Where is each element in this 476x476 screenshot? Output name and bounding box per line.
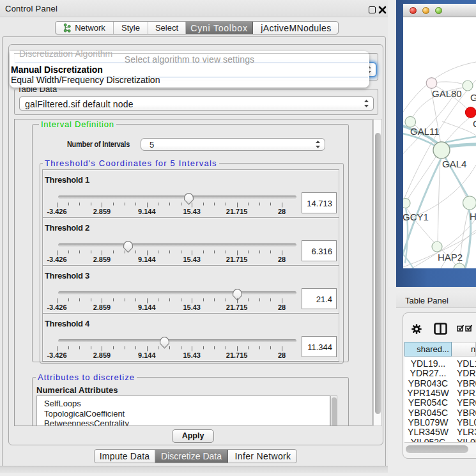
svg-text:GAL11: GAL11 [410,126,440,137]
svg-text:HI: HI [470,211,476,222]
svg-text:HAP2: HAP2 [438,252,463,263]
svg-text:GAL4: GAL4 [442,158,466,169]
svg-text:CY: CY [473,118,476,129]
svg-text:GA: GA [470,92,476,103]
svg-text:GCY1: GCY1 [403,211,429,222]
svg-text:GAL80: GAL80 [432,88,462,99]
